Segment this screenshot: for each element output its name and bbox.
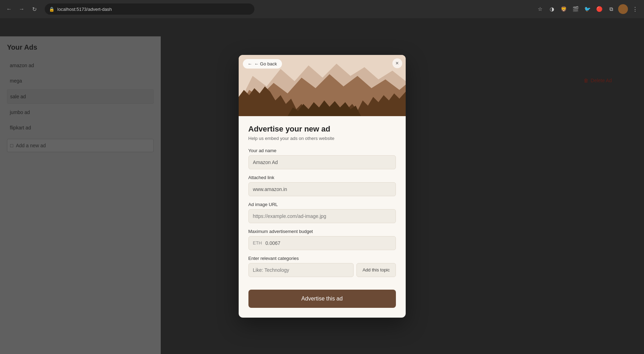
attached-link-group: Attached link	[248, 175, 396, 196]
close-icon: ×	[396, 60, 399, 66]
go-back-button[interactable]: ← ← Go back	[243, 59, 282, 69]
bookmark-icon[interactable]: ☆	[535, 4, 545, 14]
add-topic-button[interactable]: Add this topic	[356, 263, 396, 277]
menu-icon[interactable]: ⋮	[630, 4, 640, 14]
advertise-submit-button[interactable]: Advertise this ad	[248, 290, 396, 308]
budget-value: 0.0067	[266, 240, 281, 246]
address-bar[interactable]: 🔒 localhost:5173/advert-dash	[45, 3, 254, 15]
modal-body: Advertise your new ad Help us embed your…	[239, 116, 406, 318]
budget-group: Maximum advertisement budget ETH 0.0067	[248, 229, 396, 250]
attached-link-label: Attached link	[248, 175, 396, 180]
ad-name-group: Your ad name	[248, 148, 396, 169]
ad-name-input[interactable]	[248, 155, 396, 169]
reload-button[interactable]: ↻	[29, 4, 39, 14]
modal-title: Advertise your new ad	[248, 125, 396, 134]
budget-input-wrapper: ETH 0.0067	[248, 236, 396, 250]
extension-icon-4[interactable]: 🔴	[594, 4, 604, 14]
extension-icon-2[interactable]: 🎬	[571, 4, 580, 14]
categories-group: Enter relevant categories Add this topic	[248, 256, 396, 277]
categories-input[interactable]	[248, 263, 354, 277]
ad-image-url-input[interactable]	[248, 209, 396, 223]
modal: ← ← Go back × Advertise your new ad Help…	[239, 55, 406, 318]
extensions-icon[interactable]: ⧉	[606, 4, 616, 14]
browser-toolbar: ☆ ◑ 🦁 🎬 🐦 🔴 ⧉ ⋮	[535, 4, 640, 14]
url-text: localhost:5173/advert-dash	[57, 7, 112, 12]
lock-icon: 🔒	[49, 7, 55, 12]
modal-hero-image: ← ← Go back ×	[239, 55, 406, 116]
attached-link-input[interactable]	[248, 182, 396, 196]
categories-label: Enter relevant categories	[248, 256, 396, 261]
categories-row: Add this topic	[248, 263, 396, 277]
extension-icon-1[interactable]: 🦁	[559, 4, 569, 14]
arrow-left-icon: ←	[248, 61, 252, 66]
browser-bar: ← → ↻ 🔒 localhost:5173/advert-dash ☆ ◑ 🦁…	[0, 0, 644, 18]
ad-image-url-group: Ad image URL	[248, 202, 396, 223]
modal-overlay: ← ← Go back × Advertise your new ad Help…	[0, 18, 644, 354]
ad-name-label: Your ad name	[248, 148, 396, 153]
close-button[interactable]: ×	[392, 58, 402, 68]
extension-icon-3[interactable]: 🐦	[583, 4, 592, 14]
eth-prefix: ETH	[253, 240, 263, 246]
modal-subtitle: Help us embed your ads on others website	[248, 136, 396, 141]
back-button[interactable]: ←	[4, 4, 14, 14]
profile-icon[interactable]: ◑	[547, 4, 557, 14]
avatar-icon[interactable]	[618, 4, 628, 14]
budget-label: Maximum advertisement budget	[248, 229, 396, 234]
ad-image-url-label: Ad image URL	[248, 202, 396, 207]
forward-button[interactable]: →	[17, 4, 27, 14]
